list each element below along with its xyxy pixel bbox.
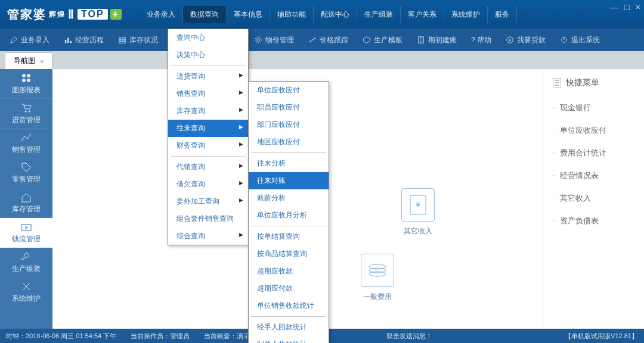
topmenu-5[interactable]: 生产组装 — [357, 6, 401, 23]
sidebar-销售管理[interactable]: 销售管理 — [0, 129, 52, 158]
toolbar-9[interactable]: 期初建账 — [410, 29, 464, 51]
quick-单位应收应付[interactable]: 单位应收应付 — [553, 119, 634, 142]
sidebar-图形报表[interactable]: 图形报表 — [0, 69, 52, 99]
tile-其它收入[interactable]: ¥其它收入 — [391, 188, 445, 236]
topmenu-7[interactable]: 系统维护 — [444, 6, 488, 23]
svg-text:¥: ¥ — [24, 225, 28, 230]
app-logo: 管家婆辉煌Ⅱ TOP+ — [7, 7, 122, 23]
submenu-wanglai: 单位应收应付职员应收应付部门应收应付地区应收应付往来分析往来对账账龄分析单位应收… — [248, 81, 329, 343]
menu-查询中心[interactable]: 查询中心 — [168, 29, 248, 46]
tab-label: 导航图 — [14, 56, 35, 66]
menu-往来对账[interactable]: 往来对账 — [249, 172, 329, 189]
svg-text:¥: ¥ — [416, 201, 420, 209]
svg-rect-4 — [119, 39, 126, 41]
quick-其它收入[interactable]: 其它收入 — [553, 187, 634, 210]
svg-point-20 — [22, 74, 26, 77]
tab-strip: 导航图 × — [0, 51, 644, 69]
menu-单位应收应付[interactable]: 单位应收应付 — [249, 82, 329, 99]
topmenu-6[interactable]: 客户关系 — [401, 6, 444, 23]
topmenu-3[interactable]: 辅助功能 — [270, 6, 314, 23]
menu-超期应收款[interactable]: 超期应收款 — [249, 263, 329, 280]
menu-部门应收应付[interactable]: 部门应收应付 — [249, 116, 329, 133]
svg-rect-2 — [70, 41, 72, 43]
minimize-button[interactable]: — — [610, 2, 618, 12]
toolbar-10[interactable]: ? 帮助 — [464, 29, 499, 51]
topmenu-1[interactable]: 数据查询 — [183, 6, 227, 23]
status-message: 双击发送消息！ — [386, 332, 432, 341]
sidebar-零售管理[interactable]: 零售管理 — [0, 158, 52, 188]
menu-代销查询[interactable]: 代销查询 — [168, 158, 248, 176]
topmenu-0[interactable]: 业务录入 — [140, 6, 183, 23]
menu-综合查询[interactable]: 综合查询 — [168, 227, 248, 245]
menu-组合套件销售查询[interactable]: 组合套件销售查询 — [168, 210, 248, 227]
svg-point-25 — [29, 111, 30, 113]
sidebar-库存管理[interactable]: 库存管理 — [0, 188, 52, 218]
status-time: 时钟：2018-06-06 周三 01:54:54 下午 — [6, 332, 116, 341]
menu-单位应收月分析[interactable]: 单位应收月分析 — [249, 207, 329, 224]
svg-rect-1 — [67, 38, 69, 43]
toolbar-12[interactable]: 退出系统 — [553, 29, 607, 51]
menu-单位销售收款统计[interactable]: 单位销售收款统计 — [249, 297, 329, 314]
quick-title: 快捷菜单 — [553, 77, 634, 88]
sidebar-生产组装[interactable]: 生产组装 — [0, 248, 52, 277]
titlebar: 管家婆辉煌Ⅱ TOP+ 业务录入数据查询基本信息辅助功能配送中心生产组装客户关系… — [0, 0, 644, 29]
toolbar-1[interactable]: 经营历程 — [57, 29, 111, 51]
topmenu-4[interactable]: 配送中心 — [314, 6, 357, 23]
maximize-button[interactable]: □ — [624, 2, 629, 12]
top-menu: 业务录入数据查询基本信息辅助功能配送中心生产组装客户关系系统维护服务 — [140, 6, 517, 23]
toolbar-0[interactable]: 业务录入 — [2, 29, 57, 51]
toolbar-8[interactable]: 生产模板 — [355, 29, 410, 51]
menu-财务查询[interactable]: 财务查询 — [168, 137, 248, 154]
menu-库存查询[interactable]: 库存查询 — [168, 102, 248, 120]
menu-借欠查询[interactable]: 借欠查询 — [168, 176, 248, 193]
menu-销售查询[interactable]: 销售查询 — [168, 85, 248, 102]
quick-现金银行[interactable]: 现金银行 — [553, 96, 634, 119]
sidebar-系统维护[interactable]: 系统维护 — [0, 277, 52, 307]
sidebar: 图形报表进货管理销售管理零售管理库存管理¥钱流管理生产组装系统维护 — [0, 69, 52, 329]
menu-账龄分析[interactable]: 账龄分析 — [249, 189, 329, 207]
menu-超期应付款[interactable]: 超期应付款 — [249, 280, 329, 297]
quick-费用合计统计[interactable]: 费用合计统计 — [553, 142, 634, 164]
svg-point-21 — [27, 74, 30, 77]
quick-panel: 快捷菜单 现金银行单位应收应付费用合计统计经营情况表其它收入资产负债表 — [543, 69, 644, 329]
menu-按单结算查询[interactable]: 按单结算查询 — [249, 228, 329, 245]
svg-point-11 — [310, 41, 311, 42]
status-version: 【单机版试用版V12.81】 — [565, 332, 638, 341]
menu-地区应收应付[interactable]: 地区应收应付 — [249, 133, 329, 151]
svg-point-34 — [369, 272, 386, 276]
toolbar-6[interactable]: 物价管理 — [247, 29, 301, 51]
sidebar-进货管理[interactable]: 进货管理 — [0, 99, 52, 129]
tab-nav[interactable]: 导航图 × — [5, 52, 52, 69]
quick-资产负债表[interactable]: 资产负债表 — [553, 210, 634, 232]
status-operator: 当前操作员：管理员 — [131, 332, 190, 341]
toolbar-7[interactable]: 价格跟踪 — [301, 29, 355, 51]
tile-一般费用[interactable]: 一般费用 — [351, 254, 404, 302]
toolbar-2[interactable]: 库存状况 — [111, 29, 165, 51]
topmenu-8[interactable]: 服务 — [488, 6, 517, 23]
dropdown-data-query: 查询中心决策中心进货查询销售查询库存查询往来查询财务查询代销查询借欠查询委外加工… — [168, 29, 249, 245]
menu-往来查询[interactable]: 往来查询 — [168, 120, 248, 137]
list-icon — [553, 78, 561, 88]
svg-point-22 — [22, 79, 26, 82]
quick-经营情况表[interactable]: 经营情况表 — [553, 164, 634, 187]
svg-point-8 — [256, 38, 259, 41]
menu-往来分析[interactable]: 往来分析 — [249, 155, 329, 172]
menu-委外加工查询[interactable]: 委外加工查询 — [168, 193, 248, 210]
menu-进货查询[interactable]: 进货查询 — [168, 68, 248, 85]
svg-point-23 — [27, 79, 30, 82]
sidebar-钱流管理[interactable]: ¥钱流管理 — [0, 218, 52, 248]
toolbar: 业务录入经营历程库存状况¥ 现销售统计物价管理价格跟踪生产模板期初建账? 帮助¥… — [0, 29, 644, 51]
svg-point-9 — [255, 37, 262, 43]
close-button[interactable]: × — [636, 2, 640, 12]
menu-职员应收应付[interactable]: 职员应收应付 — [249, 99, 329, 116]
topmenu-2[interactable]: 基本信息 — [227, 6, 270, 23]
tab-close-icon[interactable]: × — [40, 58, 44, 65]
menu-经手人回款统计[interactable]: 经手人回款统计 — [249, 319, 329, 336]
status-account: 当前账套：演示a — [204, 332, 253, 341]
svg-rect-5 — [119, 42, 126, 43]
menu-决策中心[interactable]: 决策中心 — [168, 46, 248, 64]
svg-point-13 — [314, 38, 315, 39]
menu-制单人收款统计[interactable]: 制单人收款统计 — [249, 336, 329, 343]
menu-按商品结算查询[interactable]: 按商品结算查询 — [249, 245, 329, 263]
toolbar-11[interactable]: ¥我要贷款 — [499, 29, 553, 51]
